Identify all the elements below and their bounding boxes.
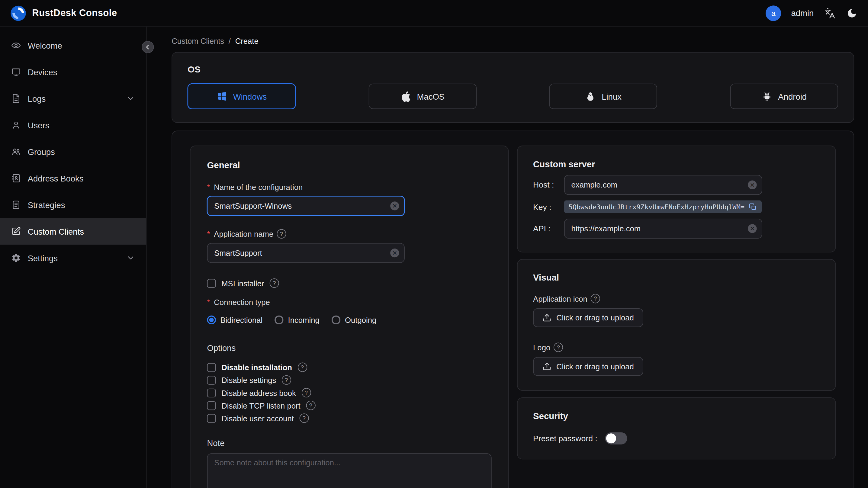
- key-row: Key : 5Qbwsde3unUcJBtrx9ZkvUmwFNoExHzpry…: [533, 201, 820, 213]
- logo-label: Logo ?: [533, 343, 820, 352]
- breadcrumb-parent-link[interactable]: Custom Clients: [172, 36, 224, 45]
- disable-address-book-checkbox[interactable]: [207, 388, 216, 397]
- copy-key-button[interactable]: [749, 203, 757, 211]
- create-form-section: General * Name of the configuration ✕ * …: [172, 131, 854, 488]
- disable-installation-checkbox[interactable]: [207, 363, 216, 371]
- document-icon: [11, 94, 21, 103]
- avatar[interactable]: a: [766, 5, 781, 21]
- application-icon-upload-button[interactable]: Click or drag to upload: [533, 308, 643, 327]
- radio-icon: [207, 315, 216, 324]
- help-icon[interactable]: ?: [302, 388, 311, 397]
- sidebar-item-users[interactable]: Users: [0, 112, 146, 138]
- os-button-linux[interactable]: Linux: [549, 84, 657, 109]
- option-disable-address-book: Disable address book ?: [207, 388, 492, 397]
- sidebar-item-devices[interactable]: Devices: [0, 59, 146, 85]
- host-input[interactable]: [571, 181, 745, 189]
- connection-type-options: Bidirectional Incoming Outgoing: [207, 315, 492, 324]
- radio-outgoing[interactable]: Outgoing: [332, 315, 376, 324]
- clear-icon[interactable]: ✕: [390, 248, 399, 257]
- sidebar-item-address-books[interactable]: Address Books: [0, 165, 146, 191]
- help-icon[interactable]: ?: [306, 401, 315, 410]
- strategy-icon: [11, 200, 21, 210]
- clear-icon[interactable]: ✕: [748, 181, 756, 189]
- sidebar: Welcome Devices Logs: [0, 27, 147, 488]
- breadcrumb-current: Create: [235, 36, 258, 45]
- monitor-icon: [11, 67, 21, 77]
- brand: RustDesk Console: [10, 5, 117, 22]
- apple-icon: [400, 91, 411, 102]
- host-label: Host :: [533, 181, 564, 189]
- sidebar-item-settings[interactable]: Settings: [0, 245, 146, 271]
- application-name-input[interactable]: [214, 248, 388, 257]
- note-textarea[interactable]: [207, 453, 492, 488]
- sidebar-collapse-button[interactable]: [142, 41, 154, 53]
- help-icon[interactable]: ?: [270, 278, 279, 288]
- upload-icon: [542, 313, 551, 322]
- help-icon[interactable]: ?: [298, 363, 307, 372]
- key-label: Key :: [533, 202, 564, 211]
- required-marker: *: [207, 298, 210, 306]
- sidebar-item-strategies[interactable]: Strategies: [0, 191, 146, 218]
- toggle-knob: [606, 433, 616, 443]
- msi-installer-checkbox[interactable]: [207, 279, 216, 287]
- os-section: OS Windows: [172, 52, 854, 123]
- translate-icon[interactable]: [824, 7, 836, 19]
- username[interactable]: admin: [791, 8, 814, 18]
- copy-icon: [749, 203, 757, 211]
- sidebar-item-welcome[interactable]: Welcome: [0, 32, 146, 59]
- os-button-macos[interactable]: MacOS: [369, 84, 476, 109]
- radio-incoming[interactable]: Incoming: [275, 315, 319, 324]
- windows-icon: [217, 91, 228, 102]
- host-row: Host : ✕: [533, 175, 820, 195]
- user-icon: [11, 120, 21, 130]
- rustdesk-console-app: RustDesk Console a admin: [0, 0, 868, 488]
- welcome-icon: [11, 40, 21, 51]
- preset-password-toggle[interactable]: [605, 432, 627, 445]
- sidebar-item-label: Address Books: [28, 174, 84, 183]
- sidebar-item-groups[interactable]: Groups: [0, 138, 146, 165]
- sidebar-item-custom-clients[interactable]: Custom Clients: [0, 218, 146, 245]
- sidebar-item-logs[interactable]: Logs: [0, 85, 146, 112]
- radio-bidirectional[interactable]: Bidirectional: [207, 315, 263, 324]
- chevron-down-icon: [126, 253, 135, 262]
- disable-settings-checkbox[interactable]: [207, 376, 216, 385]
- config-name-input[interactable]: [214, 202, 388, 210]
- api-row: API : ✕: [533, 219, 820, 239]
- help-icon[interactable]: ?: [299, 414, 309, 423]
- dark-mode-moon-icon[interactable]: [846, 7, 858, 19]
- sidebar-item-label: Welcome: [28, 41, 62, 50]
- api-input[interactable]: [571, 224, 745, 233]
- edit-square-icon: [11, 226, 21, 237]
- top-bar-right: a admin: [766, 5, 858, 21]
- config-name-label: * Name of the configuration: [207, 183, 492, 191]
- sidebar-item-label: Users: [28, 121, 50, 130]
- required-marker: *: [207, 230, 210, 238]
- os-button-windows[interactable]: Windows: [188, 84, 296, 109]
- clear-icon[interactable]: ✕: [390, 202, 399, 210]
- os-button-android[interactable]: Android: [730, 84, 838, 109]
- help-icon[interactable]: ?: [277, 229, 286, 239]
- upload-button-label: Click or drag to upload: [556, 313, 634, 322]
- general-card: General * Name of the configuration ✕ * …: [190, 146, 509, 488]
- option-disable-installation: Disable installation ?: [207, 363, 492, 372]
- chevron-down-icon: [126, 94, 135, 103]
- disable-tcp-listen-port-checkbox[interactable]: [207, 401, 216, 410]
- rustdesk-logo-icon: [10, 5, 27, 22]
- os-options-row: Windows MacOS: [188, 84, 838, 109]
- application-icon-label: Application icon ?: [533, 294, 820, 303]
- option-disable-user-account: Disable user account ?: [207, 414, 492, 423]
- os-button-label: MacOS: [417, 92, 444, 101]
- help-icon[interactable]: ?: [591, 294, 600, 303]
- sidebar-item-label: Devices: [28, 67, 57, 77]
- custom-server-title: Custom server: [533, 159, 820, 170]
- disable-user-account-checkbox[interactable]: [207, 414, 216, 423]
- option-disable-tcp-listen-port: Disable TCP listen port ?: [207, 401, 492, 410]
- sidebar-item-label: Groups: [28, 147, 55, 156]
- logo-upload-button[interactable]: Click or drag to upload: [533, 357, 643, 376]
- upload-button-label: Click or drag to upload: [556, 362, 634, 371]
- security-title: Security: [533, 411, 820, 421]
- os-button-label: Linux: [601, 92, 622, 101]
- help-icon[interactable]: ?: [282, 375, 291, 385]
- help-icon[interactable]: ?: [554, 343, 563, 352]
- clear-icon[interactable]: ✕: [748, 224, 756, 233]
